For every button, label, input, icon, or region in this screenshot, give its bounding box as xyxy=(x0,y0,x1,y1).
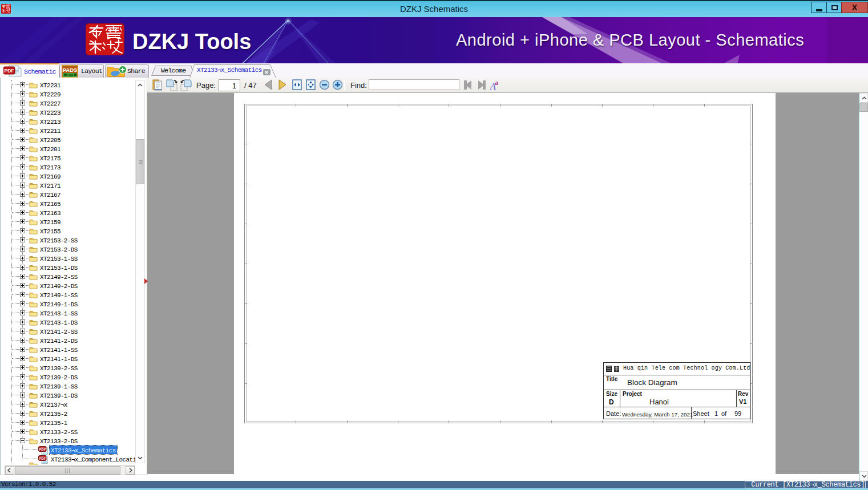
svg-text:PDF: PDF xyxy=(5,68,14,74)
svg-text:a: a xyxy=(495,79,498,87)
svg-text:PADS: PADS xyxy=(63,67,78,73)
